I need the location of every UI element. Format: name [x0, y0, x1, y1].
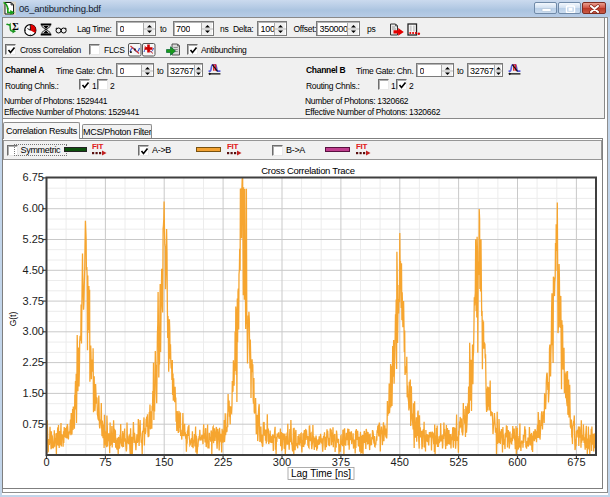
- svg-text:6.00: 6.00: [23, 202, 44, 214]
- svg-text:450: 450: [391, 456, 409, 468]
- svg-text:5.25: 5.25: [23, 233, 44, 245]
- svg-text:G(t): G(t): [8, 312, 18, 327]
- svg-text:2.25: 2.25: [23, 356, 44, 368]
- svg-text:675: 675: [567, 456, 585, 468]
- svg-text:150: 150: [155, 456, 173, 468]
- svg-text:1.50: 1.50: [23, 387, 44, 399]
- svg-text:6.75: 6.75: [23, 171, 44, 183]
- svg-text:FIT: FIT: [227, 142, 239, 151]
- svg-text:Lag Time [ns]: Lag Time [ns]: [291, 468, 351, 479]
- svg-text:FIT: FIT: [92, 142, 104, 151]
- svg-text:Cross Correlation Trace: Cross Correlation Trace: [261, 165, 354, 176]
- svg-text:300: 300: [273, 456, 291, 468]
- svg-text:3.00: 3.00: [23, 325, 44, 337]
- svg-text:75: 75: [99, 456, 111, 468]
- svg-text:525: 525: [449, 456, 467, 468]
- svg-text:Σ: Σ: [12, 21, 19, 32]
- svg-text:375: 375: [332, 456, 350, 468]
- svg-text:0: 0: [43, 456, 49, 468]
- svg-text:FIT: FIT: [356, 142, 368, 151]
- svg-text:225: 225: [214, 456, 232, 468]
- svg-text:4.50: 4.50: [23, 264, 44, 276]
- svg-text:600: 600: [508, 456, 526, 468]
- svg-text:3.75: 3.75: [23, 295, 44, 307]
- svg-text:0.75: 0.75: [23, 418, 44, 430]
